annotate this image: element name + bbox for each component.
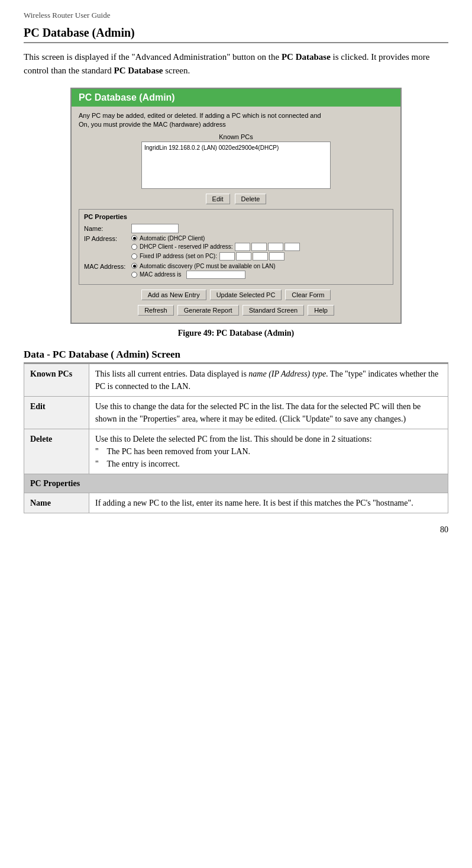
- table-row-name: Name If adding a new PC to the list, ent…: [24, 493, 448, 513]
- update-selected-pc-button[interactable]: Update Selected PC: [210, 290, 282, 300]
- name-label: Name:: [84, 225, 131, 232]
- mac-option2-label: MAC address is: [140, 271, 182, 278]
- pc-properties-title: PC Properties: [84, 213, 388, 220]
- key-known-pcs: Known PCs: [24, 364, 89, 396]
- bullet-1: " The PC has been removed from your LAN.: [95, 447, 250, 456]
- ip-address-label: IP Address:: [84, 235, 131, 242]
- edit-button[interactable]: Edit: [206, 194, 230, 204]
- known-pcs-label: Known PCs: [79, 133, 393, 140]
- pc-properties-section: PC Properties Name: IP Address: Automati…: [79, 209, 393, 285]
- key-edit: Edit: [24, 396, 89, 429]
- table-row-delete: Delete Use this to Delete the selected P…: [24, 429, 448, 474]
- name-input[interactable]: [131, 224, 179, 233]
- ip-option3-label: Fixed IP address (set on PC):: [140, 253, 217, 259]
- ip-radio-dhcp[interactable]: [131, 244, 137, 250]
- mac-option1-label: Automatic discovery (PC must be availabl…: [140, 263, 276, 269]
- page-number: 80: [24, 525, 448, 535]
- screenshot-desc: Any PC may be added, edited or deleted. …: [79, 111, 393, 130]
- ip-radio-auto[interactable]: [131, 235, 137, 241]
- screenshot-title: PC Database (Admin): [72, 89, 400, 107]
- mac-radio-auto[interactable]: [131, 263, 137, 269]
- ip-box-3: [268, 243, 283, 251]
- clear-form-button[interactable]: Clear Form: [285, 290, 331, 300]
- known-pcs-list: IngridLin 192.168.0.2 (LAN) 0020ed2900e4…: [141, 142, 331, 189]
- ip-box-1: [235, 243, 250, 251]
- mac-input-box[interactable]: [186, 271, 245, 279]
- italic-known-pcs: name (IP Address) type: [248, 369, 326, 378]
- screenshot-box: PC Database (Admin) Any PC may be added,…: [70, 88, 402, 324]
- refresh-button[interactable]: Refresh: [138, 305, 174, 316]
- ip-box-6: [236, 252, 251, 261]
- key-delete: Delete: [24, 429, 89, 474]
- generate-report-button[interactable]: Generate Report: [177, 305, 239, 316]
- figure-caption: Figure 49: PC Database (Admin): [24, 329, 448, 338]
- data-table: Known PCs This lists all current entries…: [24, 364, 448, 513]
- section-title: PC Database (Admin): [24, 26, 448, 43]
- delete-desc: Use this to Delete the selected PC from …: [95, 435, 372, 443]
- known-pcs-entry: IngridLin 192.168.0.2 (LAN) 0020ed2900e4…: [144, 144, 328, 151]
- ip-box-5: [219, 252, 235, 261]
- value-edit: Use this to change the data for the sele…: [89, 396, 448, 429]
- ip-radio-fixed[interactable]: [131, 253, 137, 259]
- ip-box-7: [253, 252, 268, 261]
- mac-address-label: MAC Address:: [84, 263, 131, 270]
- ip-option2-label: DHCP Client - reserved IP address:: [140, 243, 232, 250]
- add-new-entry-button[interactable]: Add as New Entry: [141, 290, 206, 300]
- ip-box-4: [285, 243, 300, 251]
- intro-paragraph: This screen is displayed if the "Advance…: [24, 50, 448, 77]
- standard-screen-button[interactable]: Standard Screen: [243, 305, 305, 316]
- delete-button[interactable]: Delete: [235, 194, 267, 204]
- mac-radio-manual[interactable]: [131, 272, 137, 278]
- table-row-pc-properties-header: PC Properties: [24, 474, 448, 493]
- bullet-2: " The entry is incorrect.: [95, 459, 180, 468]
- key-name: Name: [24, 493, 89, 513]
- value-known-pcs: This lists all current entries. Data dis…: [89, 364, 448, 396]
- ip-box-8: [269, 252, 285, 261]
- data-section-title: Data - PC Database ( Admin) Screen: [24, 349, 448, 364]
- value-delete: Use this to Delete the selected PC from …: [89, 429, 448, 474]
- table-row-known-pcs: Known PCs This lists all current entries…: [24, 364, 448, 396]
- page-header: Wireless Router User Guide: [24, 11, 448, 20]
- help-button[interactable]: Help: [308, 305, 334, 316]
- table-row-edit: Edit Use this to change the data for the…: [24, 396, 448, 429]
- ip-option1-label: Automatic (DHCP Client): [140, 235, 205, 242]
- ip-box-2: [251, 243, 267, 251]
- value-name: If adding a new PC to the list, enter it…: [89, 493, 448, 513]
- pc-properties-header-cell: PC Properties: [24, 474, 448, 493]
